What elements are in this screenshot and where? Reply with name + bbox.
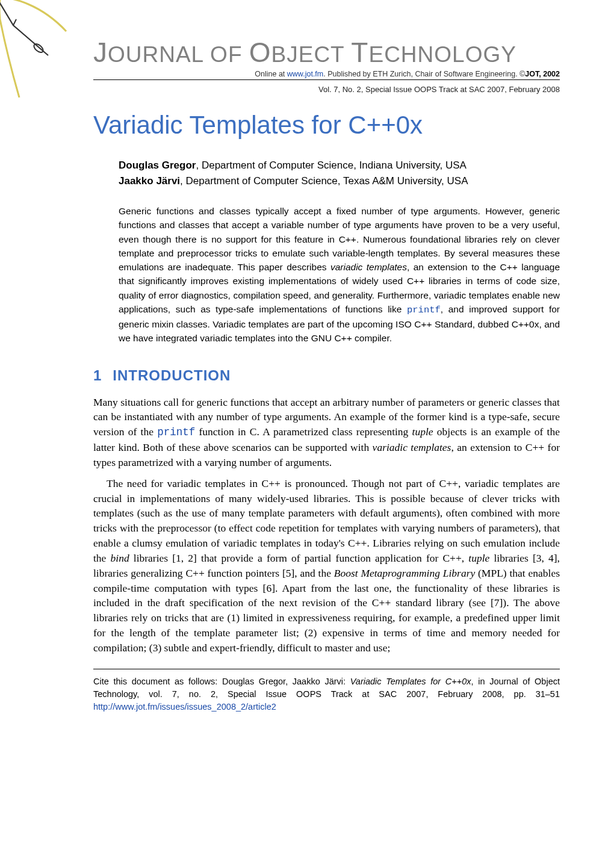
section-1-para-1: Many situations call for generic functio…: [93, 395, 560, 470]
online-suffix: . Published by ETH Zurich, Chair of Soft…: [323, 70, 525, 78]
p2-b: libraries [1, 2] that provide a form of …: [129, 552, 469, 564]
section-1-number: 1: [93, 367, 102, 383]
footer-rule: [93, 669, 560, 669]
header-rule: [93, 79, 560, 80]
journal-title-letter-o: O: [249, 37, 271, 68]
authors-block: Douglas Gregor, Department of Computer S…: [119, 158, 560, 188]
author-row-1: Douglas Gregor, Department of Computer S…: [119, 158, 560, 173]
journal-title-letter-j: J: [93, 37, 108, 68]
issue-line: Vol. 7, No. 2, Special Issue OOPS Track …: [93, 85, 560, 94]
journal-title-part1: OURNAL OF: [108, 42, 249, 67]
p2-a: The need for variadic templates in C++ i…: [93, 477, 560, 564]
p1-b: function in C. A parametrized class repr…: [195, 426, 412, 438]
p1-code-printf: printf: [157, 426, 195, 438]
page-root: JOURNAL OF OBJECT TECHNOLOGY Online at w…: [0, 0, 614, 743]
author-name-1: Douglas Gregor: [119, 160, 196, 171]
author-name-2: Jaakko Järvi: [119, 175, 180, 187]
section-1-title: INTRODUCTION: [113, 367, 231, 383]
section-1-para-2: The need for variadic templates in C++ i…: [93, 476, 560, 656]
journal-url-link[interactable]: www.jot.fm: [287, 70, 323, 78]
section-1-body: Many situations call for generic functio…: [93, 395, 560, 656]
p2-italic-bind: bind: [111, 552, 129, 564]
section-1-heading: 1INTRODUCTION: [93, 367, 560, 384]
p1-italic-variadic: variadic templates: [373, 441, 451, 453]
abstract: Generic functions and classes typically …: [119, 204, 560, 346]
author-affiliation-2: , Department of Computer Science, Texas …: [180, 175, 468, 187]
copyright-bold: JOT, 2002: [525, 70, 560, 78]
abstract-term-variadic: variadic templates: [330, 262, 407, 272]
journal-title-part3: ECHNOLOGY: [368, 42, 516, 67]
footer-text-a: Cite this document as follows: Douglas G…: [93, 677, 350, 686]
p2-italic-boost-mpl: Boost Metaprogramming Library: [334, 567, 476, 579]
journal-title-part2: BJECT: [271, 42, 352, 67]
p2-italic-tuple: tuple: [468, 552, 489, 564]
citation-footer: Cite this document as follows: Douglas G…: [93, 675, 560, 713]
abstract-code-printf: printf: [407, 305, 441, 315]
paper-title: Variadic Templates for C++0x: [93, 111, 560, 140]
online-prefix: Online at: [255, 70, 287, 78]
journal-subheader: Online at www.jot.fm. Published by ETH Z…: [93, 70, 560, 78]
journal-title-letter-t: T: [351, 37, 368, 68]
author-row-2: Jaakko Järvi, Department of Computer Sci…: [119, 173, 560, 189]
footer-italic-title: Variadic Templates for C++0x: [350, 677, 471, 686]
p1-italic-tuple: tuple: [412, 426, 433, 438]
p2-d: (MPL) that enables compile-time computat…: [93, 567, 560, 654]
journal-title: JOURNAL OF OBJECT TECHNOLOGY: [93, 36, 560, 69]
author-affiliation-1: , Department of Computer Science, Indian…: [196, 160, 466, 171]
footer-url-link[interactable]: http://www.jot.fm/issues/issues_2008_2/a…: [93, 702, 276, 711]
